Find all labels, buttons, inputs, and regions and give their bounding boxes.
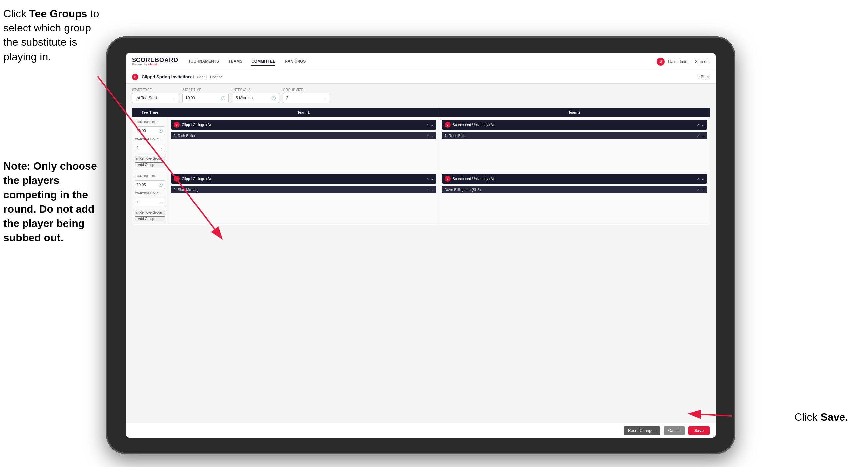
logo-clippd: clippd	[148, 63, 157, 66]
team1-slot-2: C Clippd College (A) × ⌄ 2. Blair McHarg	[168, 171, 439, 225]
close-icon[interactable]: ×	[426, 123, 428, 126]
team-card-1-1[interactable]: C Clippd College (A) × ⌄	[171, 120, 436, 129]
close-icon-g2p1[interactable]: ×	[426, 187, 428, 192]
starting-hole-input-2[interactable]: 1 ⌄	[134, 198, 165, 206]
instruction-main: Click Tee Groups to select which group t…	[3, 7, 103, 64]
intervals-input[interactable]: 5 Minutes 🕙	[232, 93, 279, 103]
team-icon-1-2: C	[174, 176, 180, 182]
table-row: STARTING TIME: 10:00 🕙 STARTING HOLE: 1 …	[132, 117, 710, 171]
team-icon-2-2: S	[444, 176, 451, 182]
tablet-device: SCOREBOARD Powered by clippd TOURNAMENTS…	[106, 36, 736, 454]
group-size-value: 2	[286, 96, 288, 100]
col-tee-time: Tee Time	[132, 108, 168, 117]
chevron-icon-g2t1[interactable]: ⌄	[431, 177, 434, 181]
player-actions-2-2: × ⌄	[698, 187, 704, 192]
col-team2: Team 2	[439, 108, 710, 117]
clock-icon-2: 🕙	[271, 96, 276, 100]
team2-slot-1: S Scoreboard University (A) × ⌄ 1. Rees …	[439, 117, 710, 171]
back-button[interactable]: ‹ Back	[699, 75, 710, 79]
close-icon-g2t2[interactable]: ×	[698, 177, 700, 181]
intervals-value: 5 Minutes	[236, 96, 253, 100]
team-name-1-1: Clippd College (A)	[182, 123, 424, 126]
chevron-icon-g2p2[interactable]: ⌄	[701, 187, 704, 192]
team-name-2-2: Scoreboard University (A)	[453, 177, 695, 181]
start-time-value: 10:00	[185, 96, 195, 100]
table-header: Tee Time Team 1 Team 2	[132, 108, 710, 117]
player-actions-1-2: × ⌄	[426, 187, 433, 192]
clock-icon-3: 🕙	[158, 128, 163, 133]
team-card-1-2[interactable]: C Clippd College (A) × ⌄	[171, 174, 436, 184]
team-card-2-1[interactable]: S Scoreboard University (A) × ⌄	[442, 120, 707, 129]
navbar: SCOREBOARD Powered by clippd TOURNAMENTS…	[126, 53, 716, 70]
nav-links: TOURNAMENTS TEAMS COMMITTEE RANKINGS	[188, 58, 657, 66]
intervals-group: Intervals 5 Minutes 🕙	[232, 88, 279, 103]
nav-committee[interactable]: COMMITTEE	[251, 58, 275, 66]
sub-header-icon: B	[132, 74, 138, 80]
add-group-button-1[interactable]: + Add Group	[134, 163, 165, 167]
chevron-up-icon-t2[interactable]: ⌄	[701, 123, 704, 127]
clock-icon: 🕙	[221, 96, 226, 100]
sub-header-hosting: Hosting	[210, 75, 222, 79]
player-card-2-2[interactable]: Dave Billingham (SUB) × ⌄	[442, 185, 707, 193]
clock-icon-4: 🕙	[158, 183, 163, 187]
tee-teams-2: C Clippd College (A) × ⌄ 2. Blair McHarg	[168, 171, 710, 225]
close-icon-t2[interactable]: ×	[698, 123, 700, 126]
player-card-2-1[interactable]: 1. Rees Britt × ⌄	[442, 132, 707, 139]
add-group-button-2[interactable]: + Add Group	[134, 216, 165, 222]
nav-sign-out[interactable]: Sign out	[695, 59, 710, 64]
start-type-label: Start Type	[132, 88, 178, 92]
chevron-icon-p[interactable]: ⌄	[431, 133, 434, 138]
nav-avatar: B	[657, 58, 664, 66]
close-icon-p2[interactable]: ×	[698, 134, 700, 138]
chevron-icon-g2p1[interactable]: ⌄	[431, 187, 434, 192]
chevron-hole-1: ⌄	[160, 146, 163, 150]
note-text: Note: Only choose the players competing …	[3, 159, 106, 245]
trash-icon: 🗑	[135, 157, 138, 160]
nav-right: B blair admin | Sign out	[657, 58, 710, 66]
team-card-actions-1-2: × ⌄	[426, 177, 433, 181]
team-icon-1-1: C	[174, 122, 180, 127]
note-label: Note:	[3, 160, 33, 172]
col-team1: Team 1	[168, 108, 439, 117]
cancel-button[interactable]: Cancel	[663, 426, 685, 435]
sub-header: B Clippd Spring Invitational (Men) Hosti…	[126, 70, 716, 84]
close-icon-g2t1[interactable]: ×	[426, 177, 428, 181]
chevron-down-icon-2: ⌄	[324, 96, 326, 100]
player-card-1-1[interactable]: 1. Rich Butler × ⌄	[171, 132, 436, 139]
click-save-text: Click Save.	[795, 411, 848, 423]
chevron-icon-g2t2[interactable]: ⌄	[701, 177, 704, 181]
close-icon-g2p2[interactable]: ×	[698, 187, 700, 192]
start-type-input[interactable]: 1st Tee Start ⌄	[132, 93, 178, 103]
player-card-1-2[interactable]: 2. Blair McHarg × ⌄	[171, 185, 436, 193]
team-card-actions-2-1: × ⌄	[698, 123, 704, 127]
player-actions-2-1: × ⌄	[698, 133, 704, 138]
remove-group-button-1[interactable]: 🗑 Remove Group	[134, 156, 165, 161]
starting-time-input-1[interactable]: 10:00 🕙	[134, 126, 165, 135]
save-button[interactable]: Save	[688, 426, 710, 435]
close-icon-p[interactable]: ×	[426, 134, 428, 138]
chevron-icon-p2[interactable]: ⌄	[701, 133, 704, 138]
starting-time-label-2: STARTING TIME:	[134, 174, 165, 178]
nav-teams[interactable]: TEAMS	[228, 58, 242, 66]
start-time-input[interactable]: 10:00 🕙	[182, 93, 228, 103]
chevron-down-icon: ⌄	[173, 96, 175, 100]
team-card-2-2[interactable]: S Scoreboard University (A) × ⌄	[442, 174, 707, 184]
nav-rankings[interactable]: RANKINGS	[285, 58, 306, 66]
intervals-label: Intervals	[232, 88, 279, 92]
starting-time-input-2[interactable]: 10:05 🕙	[134, 180, 165, 189]
logo-scoreboard: SCOREBOARD	[132, 57, 178, 63]
nav-tournaments[interactable]: TOURNAMENTS	[188, 58, 219, 66]
tee-actions-2: 🗑 Remove Group + Add Group	[134, 210, 165, 222]
starting-hole-label-2: STARTING HOLE:	[134, 192, 165, 195]
team-card-actions-2-2: × ⌄	[698, 177, 704, 181]
plus-icon: +	[135, 163, 137, 167]
chevron-up-icon[interactable]: ⌄	[431, 123, 434, 127]
remove-group-button-2[interactable]: 🗑 Remove Group	[134, 210, 165, 215]
settings-row: Start Type 1st Tee Start ⌄ Start Time 10…	[132, 88, 710, 103]
start-time-group: Start Time 10:00 🕙	[182, 88, 228, 103]
starting-hole-label-1: STARTING HOLE:	[134, 138, 165, 141]
group-size-input[interactable]: 2 ⌄	[283, 93, 329, 103]
group-size-label: Group Size	[283, 88, 329, 92]
reset-changes-button[interactable]: Reset Changes	[623, 426, 660, 435]
starting-hole-input-1[interactable]: 1 ⌄	[134, 144, 165, 152]
